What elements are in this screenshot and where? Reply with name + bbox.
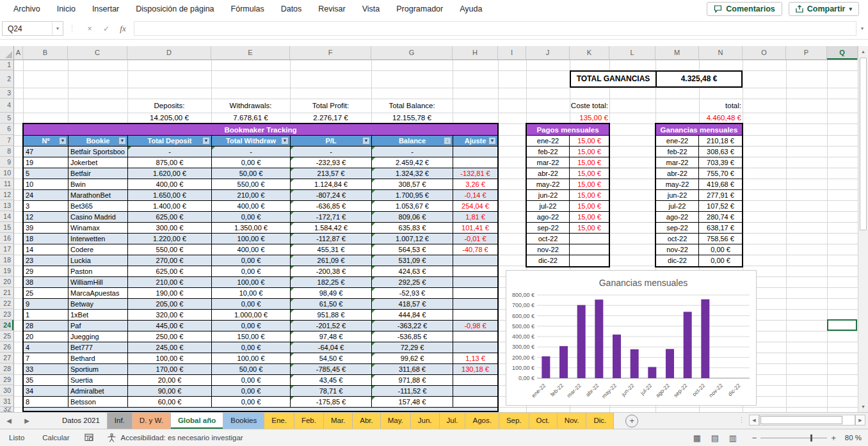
table-cell[interactable]: 245,00 € bbox=[128, 342, 212, 353]
month-value-cell[interactable]: 703,39 € bbox=[699, 157, 742, 168]
table-cell[interactable]: 424,63 € bbox=[372, 266, 453, 276]
month-cell[interactable]: mar-22 bbox=[656, 157, 699, 168]
table-cell[interactable]: 61,50 € bbox=[291, 299, 372, 309]
column-header-I[interactable]: I bbox=[498, 46, 526, 60]
month-row[interactable]: may-22419,68 € bbox=[656, 179, 742, 190]
month-value-cell[interactable]: 15,00 € bbox=[570, 168, 609, 179]
table-cell[interactable]: 292,25 € bbox=[372, 277, 453, 287]
sheet-tab-jun-[interactable]: Jun. bbox=[411, 413, 440, 429]
row-header-27[interactable]: 27 bbox=[0, 353, 14, 363]
table-cell[interactable]: 210,00 € bbox=[128, 277, 212, 287]
row-header-3[interactable]: 3 bbox=[0, 88, 14, 99]
column-header-M[interactable]: M bbox=[655, 46, 699, 60]
row-header-1[interactable]: 1 bbox=[0, 60, 14, 70]
insert-function-icon[interactable]: fx bbox=[115, 24, 131, 34]
table-cell[interactable]: 72,29 € bbox=[372, 342, 453, 353]
table-cell[interactable]: 50,00 € bbox=[212, 364, 291, 374]
table-cell[interactable]: - bbox=[128, 147, 212, 157]
month-row[interactable]: jun-2215,00 € bbox=[527, 190, 609, 201]
zoom-thumb[interactable] bbox=[810, 434, 812, 442]
table-cell[interactable]: -536,85 € bbox=[372, 331, 453, 342]
sheet-tab-oct-[interactable]: Oct. bbox=[529, 413, 558, 429]
month-cell[interactable]: ene-22 bbox=[527, 136, 570, 146]
month-cell[interactable]: ene-22 bbox=[656, 136, 699, 146]
table-cell[interactable] bbox=[453, 255, 497, 266]
table-cell[interactable]: 101,41 € bbox=[453, 223, 497, 233]
sheet-tab-global-año[interactable]: Global año bbox=[171, 413, 223, 429]
month-cell[interactable]: nov-22 bbox=[656, 244, 699, 255]
zoom-out-icon[interactable]: − bbox=[752, 433, 757, 443]
month-value-cell[interactable]: 15,00 € bbox=[570, 136, 609, 146]
month-row[interactable]: abr-2215,00 € bbox=[527, 168, 609, 179]
table-cell[interactable]: - bbox=[212, 147, 291, 157]
sheet-tab-inf-[interactable]: Inf. bbox=[108, 413, 133, 429]
table-cell[interactable]: 170,00 € bbox=[128, 364, 212, 374]
month-row[interactable]: jul-2215,00 € bbox=[527, 201, 609, 212]
column-header-D[interactable]: D bbox=[127, 46, 211, 60]
month-value-cell[interactable]: 15,00 € bbox=[570, 201, 609, 211]
table-cell[interactable]: 550,00 € bbox=[212, 179, 291, 189]
page-layout-view-icon[interactable]: ▤ bbox=[707, 433, 723, 443]
column-header-P[interactable]: P bbox=[786, 46, 827, 60]
table-cell[interactable]: 455,31 € bbox=[291, 244, 372, 255]
month-row[interactable]: nov-22 bbox=[527, 244, 609, 255]
table-cell[interactable]: 8 bbox=[24, 397, 68, 407]
month-row[interactable]: sep-22638,17 € bbox=[656, 223, 742, 234]
ribbon-tab-disposici-n-de-p-gina[interactable]: Disposición de página bbox=[127, 0, 222, 18]
month-cell[interactable]: sep-22 bbox=[527, 223, 570, 233]
zoom-level[interactable]: 80 % bbox=[839, 434, 862, 442]
table-cell[interactable]: 400,00 € bbox=[212, 201, 291, 211]
table-cell[interactable]: Casino Madrid bbox=[68, 212, 128, 222]
table-cell[interactable]: 43,45 € bbox=[291, 375, 372, 385]
table-cell[interactable]: 54,50 € bbox=[291, 353, 372, 363]
sheet-tab-nov-[interactable]: Nov. bbox=[558, 413, 587, 429]
table-cell[interactable]: 1.124,84 € bbox=[291, 179, 372, 189]
table-cell[interactable]: 1.584,42 € bbox=[291, 223, 372, 233]
table-row[interactable]: 8Betsson60,00 €0,00 €-175,85 €157,48 € bbox=[24, 397, 497, 408]
ribbon-tab-ayuda[interactable]: Ayuda bbox=[451, 0, 490, 18]
table-cell[interactable]: 12 bbox=[24, 212, 68, 222]
table-cell[interactable]: 99,62 € bbox=[372, 353, 453, 363]
table-cell[interactable]: 28 bbox=[24, 321, 68, 331]
vertical-scrollbar[interactable]: ▲ ▼ bbox=[858, 46, 868, 412]
table-cell[interactable] bbox=[453, 288, 497, 298]
month-cell[interactable]: mar-22 bbox=[527, 157, 570, 168]
chevron-down-icon[interactable]: ▾ bbox=[52, 22, 63, 35]
table-cell[interactable]: -64,04 € bbox=[291, 342, 372, 353]
row-header-18[interactable]: 18 bbox=[0, 255, 14, 266]
table-cell[interactable]: 190,00 € bbox=[128, 288, 212, 298]
table-cell[interactable]: -636,85 € bbox=[291, 201, 372, 211]
ribbon-tab-programador[interactable]: Programador bbox=[388, 0, 451, 18]
month-cell[interactable]: sep-22 bbox=[656, 223, 699, 233]
month-value-cell[interactable]: 0,00 € bbox=[699, 244, 742, 255]
table-cell[interactable]: 182,25 € bbox=[291, 277, 372, 287]
table-row[interactable]: 35Suertia20,00 €0,00 €43,45 €971,88 € bbox=[24, 375, 497, 386]
month-cell[interactable]: jun-22 bbox=[656, 190, 699, 200]
table-cell[interactable]: 18 bbox=[24, 234, 68, 244]
table-row[interactable]: 9Betway205,00 €0,00 €61,50 €418,57 € bbox=[24, 299, 497, 310]
table-cell[interactable]: 1.220,00 € bbox=[128, 234, 212, 244]
column-header-G[interactable]: G bbox=[371, 46, 453, 60]
column-header-O[interactable]: O bbox=[743, 46, 786, 60]
sheet-tab-jul-[interactable]: Jul. bbox=[440, 413, 466, 429]
table-cell[interactable]: 0,00 € bbox=[212, 375, 291, 385]
month-cell[interactable]: ago-22 bbox=[656, 212, 699, 222]
table-row[interactable]: 28Paf445,00 €0,00 €-201,52 €-363,22 €-0,… bbox=[24, 321, 497, 331]
column-header-N[interactable]: N bbox=[699, 46, 743, 60]
row-header-19[interactable]: 19 bbox=[0, 266, 14, 276]
monthly-gains-chart[interactable]: Ganancias mensuales800,00 €700,00 €600,0… bbox=[506, 270, 757, 406]
table-cell[interactable]: MarathonBet bbox=[68, 190, 128, 200]
column-header-C[interactable]: C bbox=[68, 46, 127, 60]
column-header-K[interactable]: K bbox=[570, 46, 609, 60]
table-cell[interactable]: 2.459,42 € bbox=[372, 157, 453, 168]
macro-record-icon[interactable] bbox=[78, 433, 100, 442]
table-row[interactable]: 25MarcaApuestas190,00 €10,00 €98,49 €-52… bbox=[24, 288, 497, 299]
month-row[interactable]: oct-22 bbox=[527, 234, 609, 244]
month-value-cell[interactable] bbox=[570, 255, 609, 266]
table-cell[interactable]: 0,00 € bbox=[212, 342, 291, 353]
formula-bar-expand-icon[interactable]: ▾ bbox=[856, 26, 868, 31]
table-cell[interactable]: 0,00 € bbox=[212, 299, 291, 309]
table-cell[interactable]: Codere bbox=[68, 244, 128, 255]
table-cell[interactable]: 1.007,12 € bbox=[372, 234, 453, 244]
new-sheet-button[interactable]: + bbox=[625, 415, 638, 427]
